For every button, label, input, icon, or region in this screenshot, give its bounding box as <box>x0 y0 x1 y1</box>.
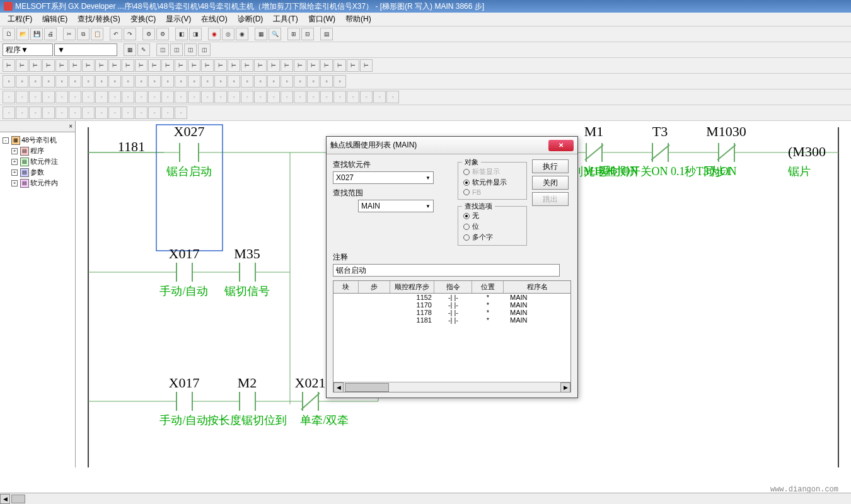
save-icon[interactable]: 💾 <box>30 28 43 40</box>
tool-icon[interactable]: ▫ <box>122 75 134 88</box>
tool-icon[interactable]: ◫ <box>156 43 169 56</box>
col-seq[interactable]: 顺控程序步 <box>390 281 434 293</box>
tool-icon[interactable]: ▫ <box>228 75 240 88</box>
program-combo[interactable]: 程序▼ <box>3 43 53 56</box>
tool-icon[interactable]: ▫ <box>95 75 108 88</box>
tool-icon[interactable]: ▫ <box>333 75 346 88</box>
table-row[interactable]: 1170-| |-*MAIN <box>333 301 570 309</box>
col-block[interactable]: 块 <box>333 281 359 293</box>
tool-icon[interactable]: ▫ <box>16 75 28 88</box>
tool-icon[interactable]: ▫ <box>307 75 320 88</box>
ladder-element-icon[interactable]: ⊢ <box>307 59 320 72</box>
undo-icon[interactable]: ↶ <box>110 28 122 40</box>
scroll-thumb[interactable] <box>11 495 25 503</box>
tool-icon[interactable]: ▫ <box>29 75 42 88</box>
expand-icon[interactable]: + <box>11 148 18 154</box>
tree-item-device[interactable]: + ▤ 软元件注 <box>3 156 72 167</box>
tool-icon[interactable]: ▦ <box>255 28 267 40</box>
radio-none[interactable]: 无 <box>463 210 521 221</box>
close-icon[interactable]: ✕ <box>548 140 574 151</box>
tool-icon[interactable]: ▫ <box>254 75 267 88</box>
menu-project[interactable]: 工程(F) <box>3 13 37 26</box>
scroll-thumb[interactable] <box>345 383 389 392</box>
ladder-element-icon[interactable]: ⊢ <box>228 59 240 72</box>
menu-diagnose[interactable]: 诊断(D) <box>233 13 269 26</box>
ladder-element-icon[interactable]: ⊢ <box>135 59 148 72</box>
radio-multiword[interactable]: 多个字 <box>463 232 521 243</box>
ladder-element-icon[interactable]: ⊢ <box>347 59 359 72</box>
tool-icon[interactable]: ▫ <box>148 75 161 88</box>
expand-icon[interactable]: + <box>11 169 18 176</box>
menu-display[interactable]: 显示(V) <box>161 13 196 26</box>
ladder-element-icon[interactable]: ⊢ <box>42 59 55 72</box>
scroll-right-icon[interactable]: ▶ <box>560 382 570 392</box>
tool-icon[interactable]: ▫ <box>135 75 148 88</box>
tool-icon[interactable]: ◫ <box>170 43 183 56</box>
tool-icon[interactable]: ▦ <box>124 43 136 56</box>
tool-icon[interactable]: ⚙ <box>156 28 169 40</box>
col-inst[interactable]: 指令 <box>434 281 472 293</box>
tool-icon[interactable]: ◉ <box>208 28 221 40</box>
tool-icon[interactable]: ◫ <box>184 43 197 56</box>
tool-icon[interactable]: ◫ <box>198 43 211 56</box>
open-icon[interactable]: 📂 <box>16 28 29 40</box>
tree-item-program[interactable]: + ▤ 程序 <box>3 146 72 156</box>
table-row[interactable]: 1178-| |-*MAIN <box>333 309 570 316</box>
ladder-element-icon[interactable]: ⊢ <box>148 59 161 72</box>
ladder-element-icon[interactable]: ⊢ <box>122 59 134 72</box>
radio-fb[interactable]: FB <box>463 188 521 197</box>
ladder-element-icon[interactable]: ⊢ <box>241 59 253 72</box>
tool-icon[interactable]: ▫ <box>281 75 293 88</box>
tool-icon[interactable]: ▫ <box>108 75 121 88</box>
ladder-element-icon[interactable]: ⊢ <box>95 59 108 72</box>
tool-icon[interactable]: ✎ <box>137 43 150 56</box>
tool-icon[interactable]: ▫ <box>55 75 68 88</box>
ladder-element-icon[interactable]: ⊢ <box>281 59 293 72</box>
tree-item-devmem[interactable]: + ▤ 软元件内 <box>3 178 72 188</box>
col-pos[interactable]: 位置 <box>472 281 504 293</box>
ladder-element-icon[interactable]: ⊢ <box>214 59 227 72</box>
ladder-element-icon[interactable]: ⊢ <box>55 59 68 72</box>
ladder-element-icon[interactable]: ⊢ <box>29 59 42 72</box>
execute-button[interactable]: 执行 <box>532 159 569 173</box>
find-range-combo[interactable]: MAIN▼ <box>358 200 434 212</box>
cut-icon[interactable]: ✂ <box>63 28 76 40</box>
table-row[interactable]: 1152-| |-*MAIN <box>333 294 570 301</box>
ladder-element-icon[interactable]: ⊢ <box>254 59 267 72</box>
menu-find[interactable]: 查找/替换(S) <box>72 13 125 26</box>
menu-convert[interactable]: 变换(C) <box>125 13 161 26</box>
tool-icon[interactable]: ▫ <box>161 75 174 88</box>
new-icon[interactable]: 🗋 <box>3 28 15 40</box>
expand-icon[interactable]: + <box>11 159 18 165</box>
menu-edit[interactable]: 编辑(E) <box>37 13 72 26</box>
tool-icon[interactable]: ▫ <box>3 75 15 88</box>
menu-online[interactable]: 在线(O) <box>196 13 232 26</box>
ladder-element-icon[interactable]: ⊢ <box>294 59 306 72</box>
tool-icon[interactable]: ◨ <box>189 28 202 40</box>
ladder-element-icon[interactable]: ⊢ <box>201 59 214 72</box>
ladder-element-icon[interactable]: ⊢ <box>320 59 333 72</box>
tree-item-params[interactable]: + ▤ 参数 <box>3 167 72 178</box>
tool-icon[interactable]: ◉ <box>236 28 248 40</box>
radio-device-display[interactable]: 软元件显示 <box>463 177 521 188</box>
ladder-element-icon[interactable]: ⊢ <box>267 59 280 72</box>
app-horizontal-scrollbar[interactable]: ◀ <box>0 493 851 504</box>
radio-label-display[interactable]: 标签显示 <box>463 166 521 177</box>
find-device-input[interactable]: X027▼ <box>333 171 434 184</box>
copy-icon[interactable]: ⧉ <box>77 28 90 40</box>
col-prog[interactable]: 程序名 <box>504 281 570 293</box>
tool-icon[interactable]: ▫ <box>42 75 55 88</box>
tool-icon[interactable]: ▫ <box>214 75 227 88</box>
tool-icon[interactable]: ⊞ <box>287 28 300 40</box>
tool-icon[interactable]: ◧ <box>175 28 188 40</box>
table-row[interactable]: 1181-| |-*MAIN <box>333 316 570 324</box>
tool-icon[interactable]: ▫ <box>188 75 200 88</box>
scroll-left-icon[interactable]: ◀ <box>333 382 344 392</box>
ladder-element-icon[interactable]: ⊢ <box>175 59 187 72</box>
redo-icon[interactable]: ↷ <box>124 28 136 40</box>
close-button[interactable]: 关闭 <box>532 176 569 190</box>
tool-icon[interactable]: ▫ <box>82 75 95 88</box>
zoom-icon[interactable]: 🔍 <box>269 28 281 40</box>
tool-icon[interactable]: ◎ <box>222 28 234 40</box>
tool-icon[interactable]: ⚙ <box>142 28 155 40</box>
